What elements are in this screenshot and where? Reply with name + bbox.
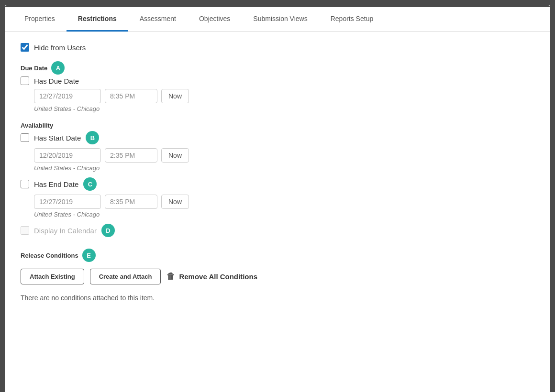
start-date-timezone: United States - Chicago	[34, 164, 534, 172]
end-date-date-input[interactable]	[34, 195, 101, 209]
tab-restrictions[interactable]: Restrictions	[67, 7, 128, 32]
end-date-datetime-row: Now	[34, 195, 534, 209]
display-in-calendar-badge: D	[101, 224, 115, 237]
release-conditions-badge: E	[82, 249, 96, 262]
due-date-badge: A	[51, 61, 65, 75]
due-date-now-button[interactable]: Now	[161, 89, 189, 103]
has-start-date-checkbox[interactable]	[21, 133, 29, 142]
has-due-date-label: Has Due Date	[34, 77, 79, 85]
hide-from-users-row: Hide from Users	[21, 43, 534, 52]
tab-reports-setup[interactable]: Reports Setup	[319, 7, 385, 32]
remove-all-label: Remove All Conditions	[179, 272, 257, 281]
tab-submission-views[interactable]: Submission Views	[242, 7, 319, 32]
release-conditions-label: Release Conditions E	[21, 249, 534, 262]
due-date-timezone: United States - Chicago	[34, 105, 534, 112]
availability-label: Availability	[21, 122, 534, 129]
hide-from-users-checkbox[interactable]	[21, 43, 29, 52]
restrictions-content: Hide from Users Due Date A Has Due Date …	[5, 32, 550, 392]
due-date-date-input[interactable]	[34, 89, 101, 103]
remove-all-conditions-button[interactable]: 🗑 Remove All Conditions	[166, 272, 257, 282]
trash-icon: 🗑	[166, 272, 175, 282]
main-window: Properties Restrictions Assessment Objec…	[5, 5, 550, 392]
due-date-section-label: Due Date A	[21, 61, 534, 75]
release-conditions-label-text: Release Conditions	[21, 252, 78, 259]
tab-bar: Properties Restrictions Assessment Objec…	[5, 7, 550, 32]
availability-label-text: Availability	[21, 122, 53, 129]
has-start-date-badge: B	[86, 131, 99, 144]
display-in-calendar-checkbox[interactable]	[21, 226, 29, 235]
has-end-date-row: Has End Date C	[21, 177, 534, 191]
display-in-calendar-label: Display In Calendar	[34, 227, 97, 235]
attach-existing-button[interactable]: Attach Existing	[21, 269, 84, 284]
tab-assessment[interactable]: Assessment	[128, 7, 188, 32]
start-date-datetime-row: Now	[34, 148, 534, 163]
end-date-now-button[interactable]: Now	[161, 195, 189, 209]
has-end-date-badge: C	[83, 177, 97, 191]
no-conditions-text: There are no conditions attached to this…	[21, 292, 534, 304]
has-end-date-checkbox[interactable]	[21, 180, 29, 188]
tab-properties[interactable]: Properties	[13, 7, 67, 32]
has-due-date-checkbox[interactable]	[21, 76, 29, 85]
due-date-datetime-row: Now	[34, 89, 534, 103]
has-start-date-label: Has Start Date	[34, 134, 81, 142]
has-start-date-row: Has Start Date B	[21, 131, 534, 144]
tab-objectives[interactable]: Objectives	[188, 7, 242, 32]
start-date-date-input[interactable]	[34, 148, 101, 163]
has-end-date-label: Has End Date	[34, 180, 78, 188]
has-due-date-row: Has Due Date	[21, 76, 534, 85]
hide-from-users-label: Hide from Users	[34, 44, 86, 52]
availability-section: Availability Has Start Date B Now United…	[21, 122, 534, 237]
display-in-calendar-row: Display In Calendar D	[21, 224, 534, 237]
release-conditions-section: Release Conditions E Attach Existing Cre…	[21, 249, 534, 304]
due-date-time-input[interactable]	[105, 89, 157, 103]
start-date-now-button[interactable]: Now	[161, 148, 189, 163]
due-date-section: Due Date A Has Due Date Now United State…	[21, 61, 534, 112]
start-date-time-input[interactable]	[105, 148, 157, 163]
release-conditions-buttons-row: Attach Existing Create and Attach 🗑 Remo…	[21, 269, 534, 284]
create-and-attach-button[interactable]: Create and Attach	[90, 269, 161, 284]
due-date-label-text: Due Date	[21, 65, 47, 72]
end-date-timezone: United States - Chicago	[34, 211, 534, 218]
hide-from-users-section: Hide from Users	[21, 43, 534, 52]
end-date-time-input[interactable]	[105, 195, 157, 209]
